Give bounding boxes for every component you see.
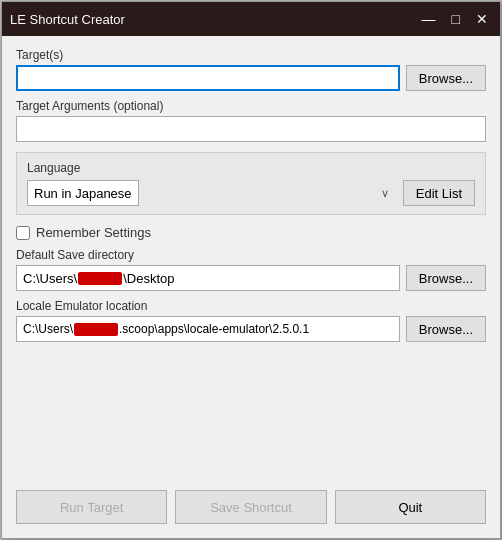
remember-settings-checkbox[interactable] (16, 226, 30, 240)
args-section: Target Arguments (optional) (16, 99, 486, 142)
quit-button[interactable]: Quit (335, 490, 486, 524)
save-shortcut-button[interactable]: Save Shortcut (175, 490, 326, 524)
footer: Run Target Save Shortcut Quit (2, 480, 500, 538)
save-dir-display: C:\Users\ \Desktop (16, 265, 400, 291)
window-title: LE Shortcut Creator (10, 12, 125, 27)
targets-section: Target(s) Browse... (16, 48, 486, 91)
title-bar-controls: — □ ✕ (418, 12, 492, 26)
remember-settings-label[interactable]: Remember Settings (36, 225, 151, 240)
save-dir-label: Default Save directory (16, 248, 486, 262)
targets-browse-button[interactable]: Browse... (406, 65, 486, 91)
main-window: LE Shortcut Creator — □ ✕ Target(s) Brow… (1, 1, 501, 539)
targets-row: Browse... (16, 65, 486, 91)
locale-row: C:\Users\ .scoop\apps\locale-emulator\2.… (16, 316, 486, 342)
locale-label: Locale Emulator location (16, 299, 486, 313)
close-button[interactable]: ✕ (472, 12, 492, 26)
save-dir-browse-button[interactable]: Browse... (406, 265, 486, 291)
remember-settings-row: Remember Settings (16, 225, 486, 240)
args-input[interactable] (16, 116, 486, 142)
content-area: Target(s) Browse... Target Arguments (op… (2, 36, 500, 480)
redacted-username-1 (78, 272, 122, 285)
args-label: Target Arguments (optional) (16, 99, 486, 113)
minimize-button[interactable]: — (418, 12, 440, 26)
edit-list-button[interactable]: Edit List (403, 180, 475, 206)
targets-label: Target(s) (16, 48, 486, 62)
language-row: Run in Japanese Run in English Run in Ch… (27, 180, 475, 206)
locale-browse-button[interactable]: Browse... (406, 316, 486, 342)
locale-section: Locale Emulator location C:\Users\ .scoo… (16, 299, 486, 342)
language-label: Language (27, 161, 475, 175)
args-row (16, 116, 486, 142)
locale-display: C:\Users\ .scoop\apps\locale-emulator\2.… (16, 316, 400, 342)
language-section: Language Run in Japanese Run in English … (16, 152, 486, 215)
redacted-username-2 (74, 323, 118, 336)
run-target-button[interactable]: Run Target (16, 490, 167, 524)
language-select-wrapper: Run in Japanese Run in English Run in Ch… (27, 180, 397, 206)
targets-input[interactable] (16, 65, 400, 91)
language-select[interactable]: Run in Japanese Run in English Run in Ch… (27, 180, 139, 206)
save-dir-row: C:\Users\ \Desktop Browse... (16, 265, 486, 291)
title-bar: LE Shortcut Creator — □ ✕ (2, 2, 500, 36)
maximize-button[interactable]: □ (448, 12, 464, 26)
save-dir-section: Default Save directory C:\Users\ \Deskto… (16, 248, 486, 291)
